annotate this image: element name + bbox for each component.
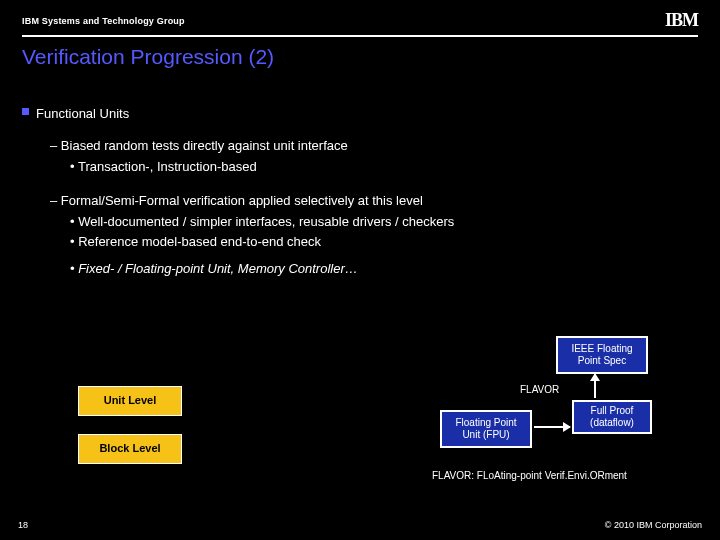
- bullet-sub-fixed: • Fixed- / Floating-point Unit, Memory C…: [22, 260, 698, 278]
- box-fpu: Floating Point Unit (FPU): [440, 410, 532, 448]
- group-name: IBM Systems and Technology Group: [22, 16, 185, 26]
- bullet-sub-reference: • Reference model-based end-to-end check: [22, 233, 698, 251]
- footer: 18 © 2010 IBM Corporation: [18, 520, 702, 530]
- flavor-footnote: FLAVOR: FLoAting-point Verif.Envi.ORment: [432, 470, 627, 481]
- box-block-level: Block Level: [78, 434, 182, 464]
- box-unit-level: Unit Level: [78, 386, 182, 416]
- arrow-ieee-to-flavor: [594, 374, 596, 398]
- label-flavor: FLAVOR: [520, 384, 559, 395]
- bullet-sub-documented: • Well-documented / simpler interfaces, …: [22, 213, 698, 231]
- box-full-proof: Full Proof (dataflow): [572, 400, 652, 434]
- diagram-area: IEEE Floating Point Spec Unit Level Bloc…: [0, 328, 720, 498]
- copyright: © 2010 IBM Corporation: [605, 520, 702, 530]
- box-ieee-spec: IEEE Floating Point Spec: [556, 336, 648, 374]
- arrow-fpu-fullproof: [534, 426, 570, 428]
- bullet-sub-biased: – Biased random tests directly against u…: [22, 137, 698, 155]
- ibm-logo: IBM: [665, 10, 698, 31]
- bullet-main: Functional Units: [22, 105, 698, 123]
- bullet-sub-transaction: • Transaction-, Instruction-based: [22, 158, 698, 176]
- page-number: 18: [18, 520, 28, 530]
- slide-title: Verification Progression (2): [0, 37, 720, 69]
- bullet-sub-formal: – Formal/Semi-Formal verification applie…: [22, 192, 698, 210]
- slide-content: Functional Units – Biased random tests d…: [0, 69, 720, 278]
